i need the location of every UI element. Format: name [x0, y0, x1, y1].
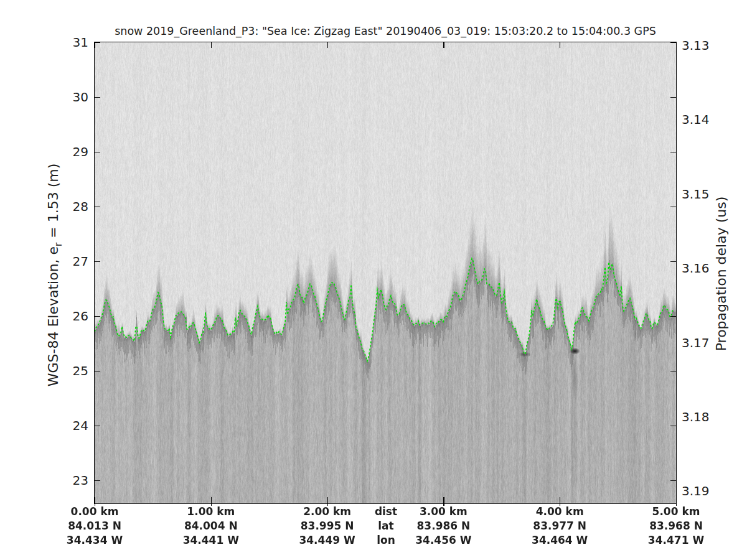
x-tick-mark-bottom: [327, 497, 328, 503]
y-tick-label: 28: [51, 200, 88, 213]
x-tick-mark-bottom: [211, 497, 212, 503]
right-tick-label: 3.18: [682, 410, 725, 424]
bottom-label-lon: 34.441 W: [161, 533, 261, 548]
bottom-label-lon: 34.471 W: [626, 533, 726, 548]
bottom-label-lat: 83.977 N: [510, 519, 609, 533]
plot-area: [94, 42, 677, 504]
bottom-label-lat: 84.013 N: [45, 519, 144, 533]
bottom-label-dist: 1.00 km: [161, 505, 261, 519]
y-tick-mark: [95, 426, 100, 426]
right-tick-label: 3.16: [682, 261, 725, 275]
y-tick-mark: [95, 371, 100, 371]
x-tick-mark-top: [560, 42, 560, 48]
y-tick-mark: [95, 42, 100, 43]
y-tick-label: 30: [51, 90, 88, 104]
bottom-label-lat: 84.004 N: [161, 519, 261, 533]
y-tick-label: 26: [51, 309, 88, 323]
bottom-label-lon: 34.434 W: [45, 533, 144, 548]
y-tick-label: 24: [51, 419, 88, 432]
y-tick-mark: [95, 152, 100, 152]
bottom-label-dist: 5.00 km: [626, 505, 726, 519]
x-tick-mark-top: [211, 42, 212, 48]
y-tick-mark-right: [670, 371, 676, 371]
x-tick-mark-bottom: [443, 497, 444, 503]
y-tick-mark-right: [670, 480, 676, 481]
left-axis-label: WGS-84 Elevation, er = 1.53 (m): [45, 164, 63, 387]
y-tick-label: 23: [51, 474, 88, 487]
y-tick-mark-right: [670, 207, 676, 207]
right-tick-label: 3.13: [682, 39, 725, 52]
x-tick-mark-top: [327, 42, 328, 48]
echogram-canvas: [95, 42, 676, 503]
right-tick-label: 3.15: [682, 187, 725, 201]
y-tick-mark: [95, 480, 100, 481]
y-tick-mark: [95, 97, 100, 98]
y-tick-mark-right: [670, 316, 676, 317]
y-tick-mark-right: [670, 152, 676, 152]
echogram-figure: snow 2019_Greenland_P3: "Sea Ice: Zigzag…: [0, 0, 747, 560]
y-tick-mark-right: [670, 42, 676, 43]
x-tick-mark-bottom: [95, 497, 95, 503]
bottom-label-lat: 83.968 N: [626, 519, 726, 533]
y-tick-mark-right: [670, 426, 676, 426]
x-tick-mark-top: [443, 42, 444, 48]
bottom-header-dist: dist: [336, 505, 436, 519]
plot-title: snow 2019_Greenland_P3: "Sea Ice: Zigzag…: [95, 25, 676, 37]
x-tick-mark-top: [676, 42, 677, 48]
y-tick-mark: [95, 261, 100, 262]
bottom-header-lat: lat: [336, 519, 436, 533]
y-tick-label: 25: [51, 364, 88, 378]
y-tick-mark: [95, 316, 100, 317]
y-tick-mark-right: [670, 97, 676, 98]
y-tick-mark-right: [670, 261, 676, 262]
y-tick-mark: [95, 207, 100, 207]
y-tick-label: 27: [51, 254, 88, 268]
x-tick-mark-bottom: [676, 497, 677, 503]
right-tick-label: 3.14: [682, 113, 725, 126]
y-tick-label: 29: [51, 145, 88, 159]
bottom-label-dist: 0.00 km: [45, 505, 144, 519]
x-tick-mark-bottom: [560, 497, 560, 503]
bottom-header-lon: lon: [336, 533, 436, 548]
bottom-label-lon: 34.464 W: [510, 533, 609, 548]
right-tick-label: 3.19: [682, 484, 725, 498]
x-tick-mark-top: [95, 42, 95, 48]
right-tick-label: 3.17: [682, 336, 725, 350]
bottom-label-dist: 4.00 km: [510, 505, 609, 519]
y-tick-label: 31: [51, 35, 88, 49]
left-axis-label-sub: r: [53, 243, 64, 246]
